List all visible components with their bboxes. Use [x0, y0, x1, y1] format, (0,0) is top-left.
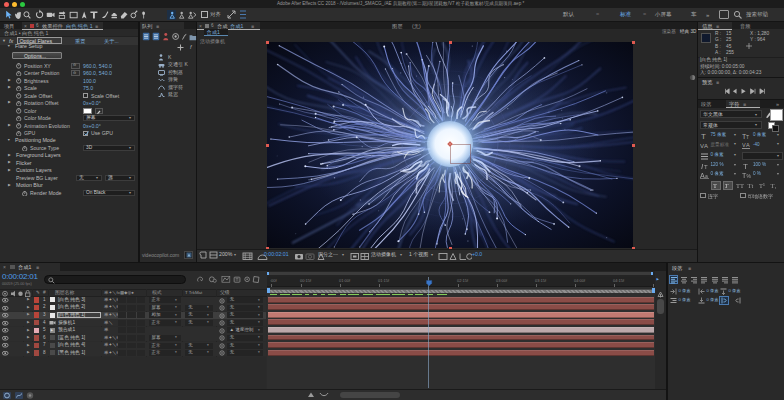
svg-text:A: A: [704, 143, 708, 149]
svg-text:A: A: [746, 142, 750, 148]
svg-text:%: %: [747, 173, 752, 179]
svg-text:T: T: [743, 162, 748, 170]
svg-text:a: a: [705, 172, 708, 178]
svg-text:T: T: [746, 134, 749, 140]
svg-text:T: T: [701, 132, 706, 140]
svg-text:T: T: [704, 164, 708, 170]
